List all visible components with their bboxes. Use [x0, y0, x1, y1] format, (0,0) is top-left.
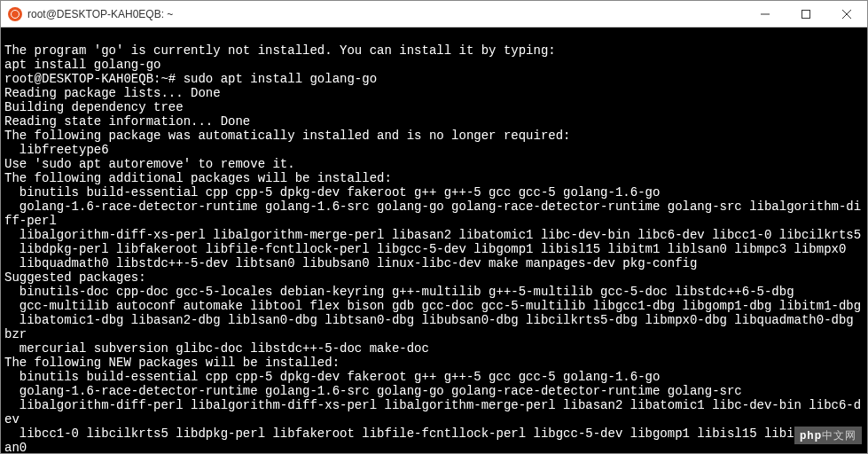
terminal-line: The following NEW packages will be insta… [4, 356, 340, 370]
terminal-line: libfreetype6 [4, 143, 109, 157]
terminal-line: Use 'sudo apt autoremove' to remove it. [4, 157, 295, 171]
terminal-line: libquadmath0 libstdc++-5-dev libtsan0 li… [4, 256, 697, 270]
window: root@DESKTOP-KAH0EQB: ~ The program 'go'… [0, 0, 868, 454]
terminal-line: golang-1.6-race-detector-runtime golang-… [4, 384, 742, 398]
terminal-line: libalgorithm-diff-perl libalgorithm-diff… [4, 398, 861, 427]
close-button[interactable] [826, 1, 867, 27]
minimize-button[interactable] [745, 1, 786, 27]
svg-rect-1 [802, 10, 810, 18]
terminal-line: libatomic1-dbg libasan2-dbg liblsan0-dbg… [4, 313, 861, 341]
window-title: root@DESKTOP-KAH0EQB: ~ [27, 8, 745, 20]
terminal-line: binutils-doc cpp-doc gcc-5-locales debia… [4, 285, 794, 299]
ubuntu-icon [8, 7, 22, 21]
watermark-rest: 中文网 [822, 429, 856, 442]
terminal-line: The following package was automatically … [4, 129, 571, 143]
terminal-line: binutils build-essential cpp cpp-5 dpkg-… [4, 185, 660, 200]
watermark-brand: php [800, 429, 822, 442]
titlebar[interactable]: root@DESKTOP-KAH0EQB: ~ [1, 1, 867, 27]
terminal-line: gcc-multilib autoconf automake libtool f… [4, 299, 861, 313]
terminal-prompt-line: root@DESKTOP-KAH0EQB:~# sudo apt install… [4, 72, 377, 86]
terminal-line: libcc1-0 libcilkrts5 libdpkg-perl libfak… [4, 427, 861, 453]
terminal-line: binutils build-essential cpp cpp-5 dpkg-… [4, 370, 660, 384]
terminal-output[interactable]: The program 'go' is currently not instal… [1, 27, 867, 453]
terminal-line: The following additional packages will b… [4, 171, 392, 185]
terminal-line: mercurial subversion glibc-doc libstdc++… [4, 341, 429, 356]
maximize-button[interactable] [786, 1, 826, 27]
terminal-line: Suggested packages: [4, 270, 146, 285]
terminal-line: libalgorithm-diff-xs-perl libalgorithm-m… [4, 228, 861, 242]
terminal-line: The program 'go' is currently not instal… [4, 43, 556, 58]
terminal-line: Reading state information... Done [4, 114, 250, 129]
watermark: php中文网 [794, 427, 862, 444]
terminal-line: apt install golang-go [4, 58, 160, 72]
terminal-line: libdpkg-perl libfakeroot libfile-fcntllo… [4, 242, 846, 256]
terminal-line: Building dependency tree [4, 100, 184, 114]
terminal-line: golang-1.6-race-detector-runtime golang-… [4, 200, 861, 228]
terminal-line: Reading package lists... Done [4, 86, 221, 100]
